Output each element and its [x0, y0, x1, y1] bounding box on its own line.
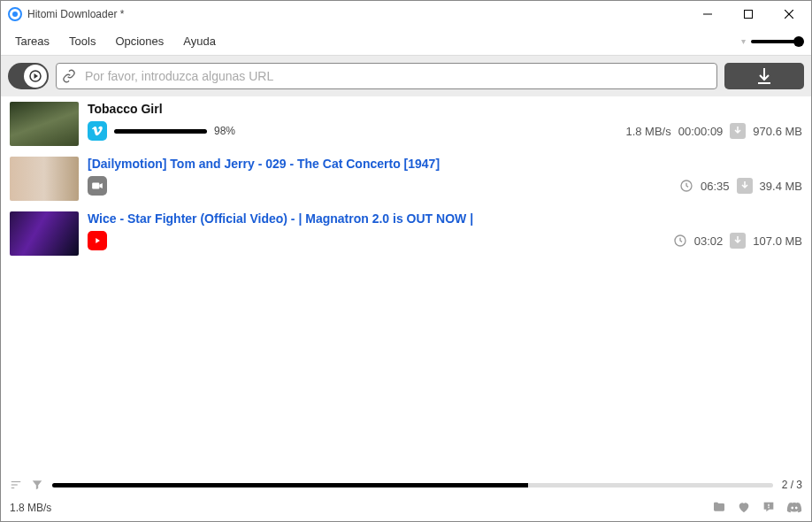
app-title: Hitomi Downloader * [27, 8, 687, 20]
app-icon [8, 7, 22, 21]
thumbnail [10, 157, 79, 201]
download-speed: 1.8 MB/s [625, 125, 670, 138]
download-title: Tobacco Girl [88, 102, 802, 116]
menu-opciones[interactable]: Opciones [106, 31, 172, 51]
heart-icon[interactable] [737, 500, 751, 516]
url-field[interactable] [56, 63, 717, 89]
download-arrow-icon [730, 123, 746, 139]
thumbnail [10, 102, 79, 146]
clock-icon [673, 234, 687, 248]
menu-tareas[interactable]: Tareas [6, 31, 58, 51]
overall-progress-bar: 2 / 3 [1, 473, 811, 496]
playlist-toggle[interactable] [8, 63, 49, 89]
download-row[interactable]: Wice - Star Fighter (Official Video) - |… [1, 206, 811, 261]
download-title[interactable]: [Dailymotion] Tom and Jerry - 029 - The … [88, 157, 802, 171]
maximize-button[interactable] [728, 1, 769, 27]
youtube-icon [88, 231, 107, 250]
download-duration: 06:35 [701, 180, 730, 193]
svg-point-1 [12, 12, 18, 17]
download-duration: 03:02 [694, 234, 724, 248]
progress-percent: 98% [214, 125, 235, 137]
close-button[interactable] [769, 1, 809, 27]
overall-progress[interactable] [52, 483, 773, 487]
folder-icon[interactable] [712, 500, 726, 516]
progress-bar [114, 129, 207, 134]
svg-rect-15 [768, 504, 769, 507]
sort-icon[interactable] [10, 479, 22, 491]
speed-slider[interactable] [751, 40, 801, 43]
download-count: 2 / 3 [782, 479, 802, 491]
link-icon [62, 69, 81, 83]
video-icon [88, 176, 107, 196]
vimeo-icon [88, 121, 107, 141]
svg-marker-10 [96, 238, 100, 243]
title-bar: Hitomi Downloader * [1, 1, 811, 27]
svg-rect-16 [768, 507, 769, 508]
download-button[interactable] [724, 63, 804, 89]
download-arrow-icon [730, 233, 746, 249]
thumbnail [10, 211, 79, 256]
url-input[interactable] [81, 64, 711, 88]
download-eta: 00:00:09 [678, 125, 724, 138]
download-size: 970.6 MB [753, 125, 802, 138]
svg-marker-7 [34, 73, 39, 79]
menu-ayuda[interactable]: Ayuda [174, 31, 225, 51]
discord-icon[interactable] [786, 500, 802, 516]
menu-tools[interactable]: Tools [60, 31, 104, 51]
menu-dropdown-icon[interactable]: ▾ [741, 36, 746, 46]
download-size: 39.4 MB [760, 180, 802, 193]
minimize-button[interactable] [687, 1, 728, 27]
download-title[interactable]: Wice - Star Fighter (Official Video) - |… [88, 211, 802, 226]
download-list: Tobacco Girl 98% 1.8 MB/s 00:00:09 970.6… [1, 96, 811, 473]
play-icon [24, 65, 47, 88]
svg-rect-3 [745, 11, 753, 19]
url-bar [1, 56, 811, 96]
svg-rect-8 [92, 183, 99, 189]
status-speed: 1.8 MB/s [10, 502, 51, 514]
status-bar: 1.8 MB/s [1, 496, 811, 521]
download-size: 107.0 MB [753, 234, 802, 248]
download-arrow-icon [737, 178, 753, 194]
feedback-icon[interactable] [762, 500, 776, 516]
clock-icon [679, 179, 693, 193]
filter-icon[interactable] [31, 479, 43, 491]
menu-bar: Tareas Tools Opciones Ayuda ▾ [1, 27, 811, 56]
download-row[interactable]: [Dailymotion] Tom and Jerry - 029 - The … [1, 151, 811, 206]
download-row[interactable]: Tobacco Girl 98% 1.8 MB/s 00:00:09 970.6… [1, 96, 811, 151]
